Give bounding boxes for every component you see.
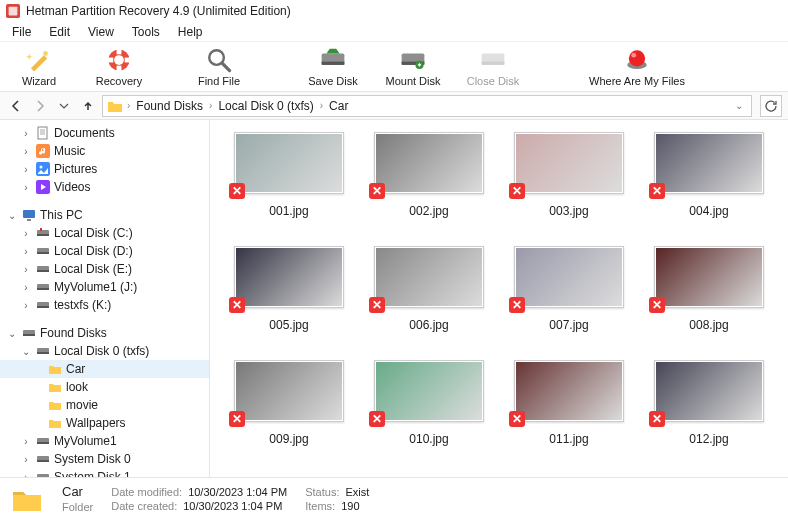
svg-point-24 xyxy=(40,166,43,169)
tree-localdisk0[interactable]: ⌄Local Disk 0 (txfs) xyxy=(0,342,209,360)
tree-systemdisk0[interactable]: ›System Disk 0 xyxy=(0,450,209,468)
file-thumbnail[interactable]: ✕008.jpg xyxy=(644,246,774,332)
tree-documents[interactable]: ›Documents xyxy=(0,124,209,142)
tree-label: MyVolume1 xyxy=(54,434,117,448)
chevron-down-icon[interactable]: ⌄ xyxy=(6,328,18,339)
file-thumbnail[interactable]: ✕010.jpg xyxy=(364,360,494,446)
label-status: Status: xyxy=(305,486,339,498)
chevron-right-icon: › xyxy=(20,282,32,293)
tree-car[interactable]: Car xyxy=(0,360,209,378)
tree-testxfs-k[interactable]: ›testxfs (K:) xyxy=(0,296,209,314)
savedisk-button[interactable]: Save Disk xyxy=(302,47,364,87)
whereare-button[interactable]: Where Are My Files xyxy=(582,47,692,87)
file-thumbnail[interactable]: ✕001.jpg xyxy=(224,132,354,218)
menu-tools[interactable]: Tools xyxy=(124,23,168,41)
svg-rect-1 xyxy=(9,7,18,16)
folder-icon xyxy=(107,99,123,113)
svg-point-20 xyxy=(631,52,636,57)
svg-point-2 xyxy=(43,51,48,56)
file-thumbnail[interactable]: ✕006.jpg xyxy=(364,246,494,332)
file-thumbnail[interactable]: ✕003.jpg xyxy=(504,132,634,218)
breadcrumb-mid[interactable]: Local Disk 0 (txfs) xyxy=(216,99,315,113)
tree-label: testxfs (K:) xyxy=(54,298,111,312)
menubar: File Edit View Tools Help xyxy=(0,22,788,42)
whereare-label: Where Are My Files xyxy=(589,75,685,87)
breadcrumb-leaf[interactable]: Car xyxy=(327,99,350,113)
menu-file[interactable]: File xyxy=(4,23,39,41)
tree-movie[interactable]: movie xyxy=(0,396,209,414)
status-bar: Car Folder Date modified:10/30/2023 1:04… xyxy=(0,477,788,519)
tree-thispc[interactable]: ⌄This PC xyxy=(0,206,209,224)
tree-local-c[interactable]: ›Local Disk (C:) xyxy=(0,224,209,242)
nav-back-button[interactable] xyxy=(6,96,26,116)
tree-pictures[interactable]: ›Pictures xyxy=(0,160,209,178)
file-thumbnail[interactable]: ✕005.jpg xyxy=(224,246,354,332)
chevron-down-icon[interactable]: ⌄ xyxy=(6,210,18,221)
tree-wallpapers[interactable]: Wallpapers xyxy=(0,414,209,432)
red-button-icon xyxy=(624,47,650,73)
tree-label: movie xyxy=(66,398,98,412)
tree-music[interactable]: ›Music xyxy=(0,142,209,160)
tree-videos[interactable]: ›Videos xyxy=(0,178,209,196)
disk-icon xyxy=(36,280,50,294)
file-name: 004.jpg xyxy=(689,204,728,218)
nav-history-dropdown[interactable] xyxy=(54,96,74,116)
tree-label: Videos xyxy=(54,180,90,194)
label-modified: Date modified: xyxy=(111,486,182,498)
menu-help[interactable]: Help xyxy=(170,23,211,41)
menu-edit[interactable]: Edit xyxy=(41,23,78,41)
chevron-right-icon: › xyxy=(207,100,214,111)
status-extra-block: Status:Exist Items:190 xyxy=(305,486,369,512)
findfile-button[interactable]: Find File xyxy=(188,47,250,87)
recovery-label: Recovery xyxy=(96,75,142,87)
recovery-button[interactable]: Recovery xyxy=(88,47,150,87)
file-name: 002.jpg xyxy=(409,204,448,218)
image-thumbnail: ✕ xyxy=(514,246,624,308)
image-thumbnail: ✕ xyxy=(654,246,764,308)
tree-label: Found Disks xyxy=(40,326,107,340)
breadcrumb-root[interactable]: Found Disks xyxy=(134,99,205,113)
tree-myvolume1-j[interactable]: ›MyVolume1 (J:) xyxy=(0,278,209,296)
mountdisk-button[interactable]: Mount Disk xyxy=(382,47,444,87)
chevron-down-icon[interactable]: ⌄ xyxy=(731,100,747,111)
svg-rect-36 xyxy=(37,288,49,290)
pictures-icon xyxy=(36,162,50,176)
svg-rect-47 xyxy=(37,474,49,477)
image-thumbnail: ✕ xyxy=(514,360,624,422)
tree-look[interactable]: look xyxy=(0,378,209,396)
tree-label: Local Disk (E:) xyxy=(54,262,132,276)
tree-founddisks[interactable]: ⌄Found Disks xyxy=(0,324,209,342)
wizard-button[interactable]: Wizard xyxy=(8,47,70,87)
breadcrumb-bar[interactable]: › Found Disks › Local Disk 0 (txfs) › Ca… xyxy=(102,95,752,117)
deleted-marker-icon: ✕ xyxy=(649,411,665,427)
tree-label: Documents xyxy=(54,126,115,140)
chevron-right-icon: › xyxy=(20,454,32,465)
menu-view[interactable]: View xyxy=(80,23,122,41)
file-thumbnail[interactable]: ✕011.jpg xyxy=(504,360,634,446)
svg-line-10 xyxy=(222,63,229,70)
image-thumbnail: ✕ xyxy=(234,360,344,422)
refresh-button[interactable] xyxy=(760,95,782,117)
folder-tree[interactable]: ›Documents ›Music ›Pictures ›Videos ⌄Thi… xyxy=(0,120,210,477)
nav-up-button[interactable] xyxy=(78,96,98,116)
tree-myvolume1[interactable]: ›MyVolume1 xyxy=(0,432,209,450)
file-thumbnail[interactable]: ✕007.jpg xyxy=(504,246,634,332)
tree-local-e[interactable]: ›Local Disk (E:) xyxy=(0,260,209,278)
file-thumbnail[interactable]: ✕012.jpg xyxy=(644,360,774,446)
folder-icon xyxy=(48,416,62,430)
chevron-down-icon[interactable]: ⌄ xyxy=(20,346,32,357)
file-thumbnail[interactable]: ✕004.jpg xyxy=(644,132,774,218)
nav-forward-button[interactable] xyxy=(30,96,50,116)
svg-rect-6 xyxy=(117,65,122,72)
file-thumbnail[interactable]: ✕002.jpg xyxy=(364,132,494,218)
svg-rect-42 xyxy=(37,352,49,354)
lifebuoy-icon xyxy=(106,47,132,73)
file-name: 012.jpg xyxy=(689,432,728,446)
tree-systemdisk1[interactable]: ›System Disk 1 xyxy=(0,468,209,477)
chevron-right-icon: › xyxy=(20,472,32,478)
tree-local-d[interactable]: ›Local Disk (D:) xyxy=(0,242,209,260)
svg-point-4 xyxy=(114,55,124,65)
file-name: 010.jpg xyxy=(409,432,448,446)
document-icon xyxy=(36,126,50,140)
file-thumbnail[interactable]: ✕009.jpg xyxy=(224,360,354,446)
